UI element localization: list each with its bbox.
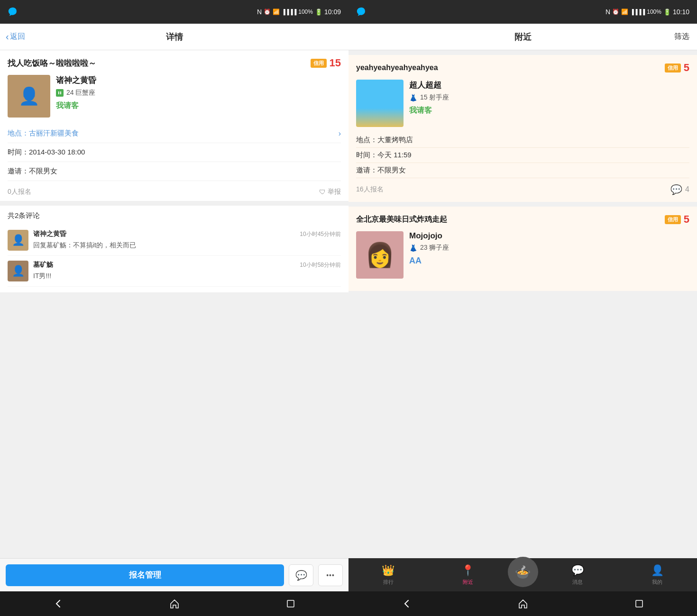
nearby-avatar-0[interactable]: [356, 80, 404, 127]
comment-avatar-face-0: 👤: [8, 230, 28, 251]
status-bar-right: N ⏰ 📶 ▐▐▐▐ 100% 🔋 10:10: [348, 0, 697, 24]
comment-body-1: 墓矿觞 10小时58分钟前 IT男!!!: [33, 261, 341, 281]
android-recent-button[interactable]: [284, 597, 297, 610]
location-row[interactable]: 地点：古丽汗新疆美食 ›: [8, 124, 341, 143]
post-footer: 0人报名 🛡 举报: [8, 183, 341, 196]
location-arrow-icon: ›: [339, 129, 341, 138]
dress-icon-1: 👗: [409, 244, 417, 252]
android-home-icon-r: [518, 598, 528, 609]
avatar-face: 👤: [8, 75, 50, 118]
alarm-icon: ⏰: [264, 9, 271, 15]
nearby-avatar-1[interactable]: 👩: [356, 231, 404, 279]
report-button[interactable]: 🛡 举报: [319, 188, 341, 196]
post-title: 找人吃饭咯～啦啦啦啦～: [8, 58, 311, 69]
more-icon: •••: [326, 571, 335, 579]
nearby-tag-row-0: 👗 15 射手座: [409, 93, 689, 102]
user-name: 诸神之黄昏: [56, 75, 341, 86]
comment-avatar-0[interactable]: 👤: [8, 230, 28, 251]
status-bar-right-icons: N ⏰ 📶 ▐▐▐▐ 100% 🔋 10:10: [605, 8, 689, 16]
credit-score-0: 5: [684, 62, 689, 74]
comment-item-1: 👤 墓矿觞 10小时58分钟前 IT男!!!: [8, 256, 341, 287]
android-recent-icon-r: [634, 599, 644, 608]
signal-icon: ▐▐▐▐: [282, 9, 296, 15]
credit-badge-1: 信用: [665, 215, 681, 224]
svg-rect-1: [636, 600, 642, 607]
chat-icon-0: 💬: [670, 184, 682, 195]
zodiac-icon: [56, 89, 64, 97]
user-info-row: 👤 诸神之黄昏 24 巨蟹座 我请客: [8, 75, 341, 118]
battery-icon-r: 🔋: [663, 9, 671, 16]
post-header: 找人吃饭咯～啦啦啦啦～ 信用 15: [8, 57, 341, 69]
nearby-card-header-0: yeahyeahyeahyeahyea 信用 5: [356, 62, 689, 74]
nearby-card-header-1: 全北京最美味日式炸鸡走起 信用 5: [356, 213, 689, 226]
android-back-button-r[interactable]: [400, 597, 413, 610]
invite-text: 邀请：不限男女: [8, 167, 57, 176]
nearby-age-zodiac-0: 15 射手座: [420, 93, 449, 102]
nearby-chat-row-0[interactable]: 💬 4: [670, 184, 689, 195]
android-home-button[interactable]: [168, 597, 181, 610]
android-back-icon: [53, 598, 64, 609]
svg-rect-0: [287, 600, 294, 607]
nearby-signup-count-0: 16人报名: [356, 185, 384, 194]
status-time-right: 10:10: [673, 8, 689, 16]
nfc-icon: N: [257, 8, 262, 16]
android-recent-button-r[interactable]: [633, 597, 646, 610]
tab-item-profile[interactable]: 👤 我的: [617, 564, 697, 586]
bottom-action-bar: 报名管理 💬 •••: [0, 558, 348, 591]
nearby-location-text-0: 地点：大董烤鸭店: [356, 136, 413, 144]
tab-item-messages[interactable]: 💬 消息: [538, 564, 618, 586]
more-button[interactable]: •••: [318, 564, 343, 586]
filter-button[interactable]: 筛选: [674, 32, 689, 42]
qq-icon: [8, 7, 18, 17]
messages-label: 消息: [572, 579, 583, 586]
battery-icon: 🔋: [315, 9, 322, 16]
comment-time-0: 10小时45分钟前: [300, 230, 341, 238]
android-home-icon: [169, 598, 180, 609]
comment-time-1: 10小时58分钟前: [300, 261, 341, 269]
credit-score-1: 5: [684, 213, 689, 226]
nearby-user-row-0: 超人超超 👗 15 射手座 我请客: [356, 80, 689, 127]
nearby-invite-0: 邀请：不限男女: [356, 163, 689, 178]
messages-icon: 💬: [571, 564, 584, 577]
report-label: 举报: [328, 188, 341, 196]
android-nav-left: [0, 591, 348, 616]
post-author-avatar[interactable]: 👤: [8, 75, 50, 118]
nearby-invite-text-0: 邀请：不限男女: [356, 166, 406, 174]
android-home-button-r[interactable]: [516, 597, 530, 610]
shield-icon: 🛡: [319, 188, 326, 196]
host-label-left: 我请客: [56, 101, 341, 111]
comment-header-row-0: 诸神之黄昏 10小时45分钟前: [33, 230, 341, 238]
alarm-icon-r: ⏰: [612, 9, 619, 15]
battery-text: 100%: [298, 9, 313, 15]
tab-item-nearby[interactable]: 📍 附近: [428, 564, 508, 586]
comment-avatar-face-1: 👤: [8, 261, 28, 281]
user-age-zodiac: 24 巨蟹座: [66, 89, 95, 97]
nearby-avatar-img-0: [356, 80, 404, 127]
comment-avatar-1[interactable]: 👤: [8, 261, 28, 281]
comment-header-row-1: 墓矿觞 10小时58分钟前: [33, 261, 341, 269]
signup-count-left: 0人报名: [8, 188, 31, 196]
nearby-time-0: 时间：今天 11:59: [356, 148, 689, 163]
nearby-time-text-0: 时间：今天 11:59: [356, 151, 412, 159]
back-button[interactable]: ‹ 返回: [6, 31, 25, 42]
comment-item-0: 👤 诸神之黄昏 10小时45分钟前 回复墓矿觞：不算搞it的，相关而已: [8, 225, 341, 256]
nav-title-left: 详情: [166, 31, 183, 43]
android-nav-right: [348, 591, 697, 616]
comment-text-1: IT男!!!: [33, 271, 341, 281]
nav-title-right: 附近: [514, 31, 532, 43]
nearby-tab-icon: 📍: [461, 564, 474, 577]
tab-item-ranking[interactable]: 👑 排行: [348, 564, 428, 586]
register-manage-button[interactable]: 报名管理: [6, 564, 284, 586]
center-tab-button[interactable]: 🍲: [508, 557, 538, 587]
right-phone: N ⏰ 📶 ▐▐▐▐ 100% 🔋 10:10 附近 筛选 yeahyeahye…: [348, 0, 697, 616]
credit-badge-0: 信用: [665, 63, 681, 72]
credit-score-left: 15: [330, 57, 341, 69]
user-details: 诸神之黄昏 24 巨蟹座 我请客: [56, 75, 341, 111]
android-back-button[interactable]: [52, 597, 65, 610]
chat-count-0: 4: [685, 185, 689, 194]
nfc-icon-r: N: [605, 8, 610, 16]
nearby-footer-0: 16人报名 💬 4: [356, 180, 689, 195]
chat-button[interactable]: 💬: [289, 564, 313, 586]
nearby-user-row-1: 👩 Mojojojo 👗 23 狮子座 AA: [356, 231, 689, 279]
status-right-left-icons: [356, 7, 367, 17]
